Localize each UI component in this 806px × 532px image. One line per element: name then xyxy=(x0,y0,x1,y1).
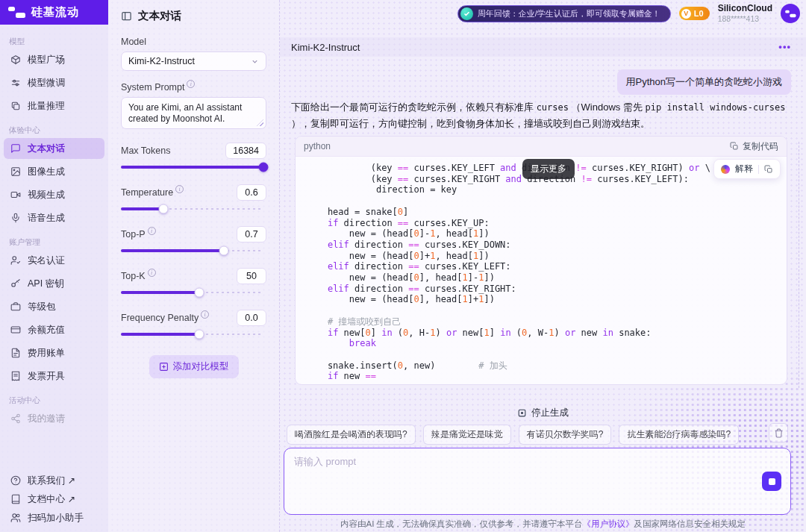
brand-name: 硅基流动 xyxy=(31,5,79,19)
slider-thumb[interactable] xyxy=(195,330,204,339)
suggestion-chip-1[interactable]: 辣是痛觉还是味觉 xyxy=(423,425,511,445)
info-icon: i xyxy=(201,310,209,319)
stop-square-icon xyxy=(517,408,527,418)
param-value-input[interactable]: 50 xyxy=(237,268,266,284)
sidebar-item-1-2[interactable]: 视频生成 xyxy=(4,184,104,205)
sidebar-section-label: 模型 xyxy=(9,37,99,47)
sidebar-section-label: 活动中心 xyxy=(9,395,99,406)
param-slider[interactable] xyxy=(121,291,263,294)
param-label: Frequency Penaltyi xyxy=(121,313,209,323)
sidebar-item-0-1[interactable]: 模型微调 xyxy=(4,72,104,93)
sidebar-item-3-0[interactable]: 我的邀请 xyxy=(4,408,104,429)
recharge-icon xyxy=(10,325,21,335)
slider-thumb[interactable] xyxy=(195,288,204,298)
param-top-k: Top-Ki50 xyxy=(121,268,266,294)
param-label: Max Tokens xyxy=(121,145,170,156)
mic-icon xyxy=(10,213,21,223)
chat-header: Kimi-K2-Instruct ••• xyxy=(280,37,806,57)
param-value-input[interactable]: 16384 xyxy=(225,143,266,159)
chat-icon xyxy=(10,143,21,154)
settings-panel: 文本对话 Model Kimi-K2-Instruct System Promp… xyxy=(108,0,280,532)
suggestion-chip-3[interactable]: 抗生素能治疗病毒感染吗? xyxy=(619,425,739,445)
chevron-down-icon xyxy=(251,57,259,66)
sidebar-item-2-5[interactable]: 发票开具 xyxy=(4,366,104,387)
settings-header: 文本对话 xyxy=(121,9,266,23)
send-stop-button[interactable] xyxy=(762,472,781,491)
slider-thumb[interactable] xyxy=(259,163,269,172)
user-check-icon xyxy=(10,255,21,266)
slider-thumb[interactable] xyxy=(219,246,228,256)
package-icon xyxy=(10,301,21,312)
plus-box-icon xyxy=(159,362,169,372)
cube-icon xyxy=(10,54,21,65)
copy-icon xyxy=(730,142,739,151)
sidebar-item-1-3[interactable]: 语音生成 xyxy=(4,207,104,228)
sidebar-footer-item-1[interactable]: 文档中心 ↗ xyxy=(4,490,104,508)
sidebar-footer: 联系我们 ↗文档中心 ↗扫码加小助手 xyxy=(0,471,108,528)
sidebar-item-0-0[interactable]: 模型广场 xyxy=(4,49,104,70)
help-icon xyxy=(10,475,21,486)
sidebar-item-2-4[interactable]: 费用账单 xyxy=(4,342,104,363)
explain-button[interactable]: 解释 xyxy=(735,163,753,175)
suggestion-chip-2[interactable]: 有诺贝尔数学奖吗? xyxy=(519,425,612,445)
trash-icon xyxy=(774,428,784,438)
avatar[interactable] xyxy=(781,4,800,23)
promo-banner[interactable]: 周年回馈：企业/学生认证后，即可领取专属赠金！ xyxy=(457,5,671,22)
sidebar-footer-item-2[interactable]: 扫码加小助手 xyxy=(4,509,104,527)
prompt-input[interactable] xyxy=(294,455,753,507)
prompt-input-container xyxy=(284,448,791,515)
param-slider[interactable] xyxy=(121,166,263,169)
param-slider[interactable] xyxy=(121,207,263,210)
model-select[interactable]: Kimi-K2-Instruct xyxy=(121,51,266,71)
param-value-input[interactable]: 0.6 xyxy=(237,184,266,201)
tune-icon xyxy=(10,78,21,88)
param-temperature: Temperaturei0.6 xyxy=(121,184,266,210)
system-prompt-input[interactable]: You are Kimi, an AI assistant created by… xyxy=(121,97,266,129)
clear-context-button[interactable] xyxy=(769,423,788,442)
level-badge[interactable]: V L0 xyxy=(679,7,710,20)
info-icon: i xyxy=(148,227,156,235)
param-slider[interactable] xyxy=(121,333,263,336)
add-compare-model-button[interactable]: 添加对比模型 xyxy=(149,355,239,378)
brand-header[interactable]: 硅基流动 xyxy=(0,0,108,25)
code-block-header: python 复制代码 xyxy=(296,137,787,157)
code-content: (key == curses.KEY_LEFT and direction !=… xyxy=(296,157,787,385)
copy-selection-icon[interactable] xyxy=(764,165,773,174)
suggestion-chips: 喝酒脸红是会喝酒的表现吗?辣是痛觉还是味觉有诺贝尔数学奖吗?抗生素能治疗病毒感染… xyxy=(287,425,739,445)
assistant-message: 下面给出一个最简可运行的贪吃蛇示例，依赖只有标准库 curses （Window… xyxy=(291,99,791,131)
selection-toolbar: 解释 xyxy=(713,159,781,179)
sidebar: 硅基流动 模型模型广场模型微调批量推理体验中心文本对话图像生成视频生成语音生成账… xyxy=(0,0,108,532)
info-icon: i xyxy=(148,269,156,277)
copy-code-button[interactable]: 复制代码 xyxy=(730,140,778,153)
sidebar-nav: 模型模型广场模型微调批量推理体验中心文本对话图像生成视频生成语音生成账户管理实名… xyxy=(0,25,108,429)
slider-thumb[interactable] xyxy=(159,204,169,214)
param-top-p: Top-Pi0.7 xyxy=(121,226,266,252)
sidebar-footer-item-0[interactable]: 联系我们 ↗ xyxy=(4,472,104,489)
param-value-input[interactable]: 0.7 xyxy=(237,226,266,242)
sidebar-item-1-0[interactable]: 文本对话 xyxy=(4,138,104,159)
show-more-tooltip[interactable]: 显示更多 xyxy=(522,159,575,179)
sidebar-item-0-2[interactable]: 批量推理 xyxy=(4,96,104,116)
param-label: Temperaturei xyxy=(121,187,184,198)
suggestion-chip-0[interactable]: 喝酒脸红是会喝酒的表现吗? xyxy=(287,425,416,445)
sidebar-section-label: 账户管理 xyxy=(9,237,99,248)
sidebar-item-2-2[interactable]: 等级包 xyxy=(4,296,104,317)
param-slider[interactable] xyxy=(121,249,263,252)
stop-generation-button[interactable]: 停止生成 xyxy=(517,407,569,419)
sidebar-item-2-0[interactable]: 实名认证 xyxy=(4,250,104,271)
code-language-label: python xyxy=(304,141,331,151)
model-select-value: Kimi-K2-Instruct xyxy=(128,56,195,66)
collapse-panel-icon[interactable] xyxy=(121,10,132,22)
user-message-bubble: 用Python写一个简单的贪吃蛇小游戏 xyxy=(617,69,791,95)
sidebar-item-2-3[interactable]: 余额充值 xyxy=(4,319,104,340)
explain-sparkle-icon xyxy=(721,165,730,174)
model-label: Model xyxy=(121,37,266,47)
param-value-input[interactable]: 0.0 xyxy=(237,310,266,326)
sidebar-item-1-1[interactable]: 图像生成 xyxy=(4,161,104,182)
more-menu-icon[interactable]: ••• xyxy=(778,43,791,51)
sidebar-item-2-1[interactable]: API 密钥 xyxy=(4,273,104,294)
bill-icon xyxy=(10,348,21,358)
user-agreement-link[interactable]: 《用户协议》 xyxy=(583,519,634,528)
disclaimer: 内容由AI 生成，无法确保真实准确，仅供参考，并请遵守本平台《用户协议》及国家网… xyxy=(280,519,806,530)
parameter-list: Max Tokens16384Temperaturei0.6Top-Pi0.7T… xyxy=(121,143,266,336)
